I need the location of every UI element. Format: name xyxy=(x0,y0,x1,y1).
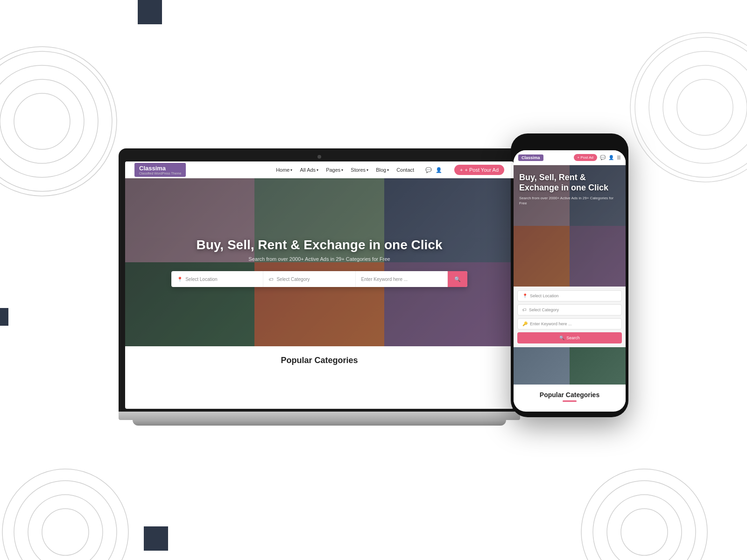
laptop-hero-subtitle: Search from over 2000+ Active Ads in 29+… xyxy=(248,256,390,262)
phone-category-icon: 🏷 xyxy=(522,308,527,312)
phone-keyword-field[interactable]: 🔑 Enter Keyword here ... xyxy=(517,318,622,329)
phone-screen: Classima + Post Ad 💬 👤 ☰ xyxy=(514,150,626,412)
laptop-base xyxy=(119,412,520,420)
phone-hero-subtitle: Search from over 2000+ Active Ads in 29+… xyxy=(519,196,620,206)
nav-pages[interactable]: Pages ▾ xyxy=(326,167,343,173)
phone-category-field[interactable]: 🏷 Select Category xyxy=(517,304,622,315)
keyword-placeholder: Enter Keyword here ... xyxy=(361,277,408,282)
nav-blog[interactable]: Blog ▾ xyxy=(376,167,389,173)
laptop-search-bar: 📍 Select Location 🏷 Select Category Ente… xyxy=(171,271,467,287)
phone-post-ad-button[interactable]: + Post Ad xyxy=(574,154,597,161)
category-placeholder: Select Category xyxy=(276,277,310,282)
phone-grid-img-1 xyxy=(514,347,570,385)
phone-hero-overlay: Buy, Sell, Rent & Exchange in one Click … xyxy=(514,165,626,287)
laptop-hero-title: Buy, Sell, Rent & Exchange in one Click xyxy=(197,238,443,252)
phone-location-placeholder: Select Location xyxy=(530,294,559,298)
phone-search-label: Search xyxy=(566,336,580,340)
chat-icon[interactable]: 💬 xyxy=(425,167,432,173)
phone-notch xyxy=(546,139,593,148)
laptop-popular-title: Popular Categories xyxy=(134,356,504,365)
phone-popular-section: Popular Categories xyxy=(514,385,626,408)
phone-popular-bar xyxy=(563,400,577,402)
phone-nav-icons: 💬 👤 ☰ xyxy=(600,155,621,160)
phone-category-placeholder: Select Category xyxy=(529,308,559,312)
laptop-logo: Classima Classified WordPress Theme xyxy=(134,163,186,177)
phone-grid-img-2 xyxy=(570,347,626,385)
nav-home[interactable]: Home ▾ xyxy=(276,167,292,173)
laptop-nav-links: Home ▾ All Ads ▾ Pages ▾ Stores ▾ Blog ▾… xyxy=(276,165,504,175)
laptop-nav: Classima Classified WordPress Theme Home… xyxy=(125,161,514,178)
laptop-hero: Buy, Sell, Rent & Exchange in one Click … xyxy=(125,178,514,346)
phone-search-section: 📍 Select Location 🏷 Select Category 🔑 En… xyxy=(514,287,626,347)
laptop-camera xyxy=(317,155,321,159)
nav-icons: 💬 👤 xyxy=(425,167,442,173)
phone-search-icon: 🔍 xyxy=(559,336,564,340)
laptop-logo-tagline: Classified WordPress Theme xyxy=(139,172,181,175)
location-placeholder: Select Location xyxy=(185,277,217,282)
phone-images-grid xyxy=(514,347,626,385)
user-icon[interactable]: 👤 xyxy=(436,167,442,173)
nav-all-ads[interactable]: All Ads ▾ xyxy=(300,167,318,173)
category-icon: 🏷 xyxy=(269,277,274,282)
post-your-ad-button[interactable]: + + Post Your Ad xyxy=(454,165,504,175)
phone-logo: Classima xyxy=(518,154,543,161)
laptop-screen-outer: Classima Classified WordPress Theme Home… xyxy=(119,148,520,412)
nav-contact[interactable]: Contact xyxy=(396,167,414,173)
phone-menu-icon[interactable]: ☰ xyxy=(617,155,621,160)
scene: Classima Classified WordPress Theme Home… xyxy=(0,0,747,560)
phone-device: Classima + Post Ad 💬 👤 ☰ xyxy=(511,133,628,417)
phone-nav: Classima + Post Ad 💬 👤 ☰ xyxy=(514,150,626,165)
laptop-category-field[interactable]: 🏷 Select Category xyxy=(263,271,355,287)
post-btn-icon: + xyxy=(460,167,463,173)
phone-keyword-icon: 🔑 xyxy=(522,322,528,326)
laptop-popular-categories: Popular Categories xyxy=(125,346,514,375)
phone-location-icon: 📍 xyxy=(522,294,528,298)
post-btn-label: + Post Your Ad xyxy=(465,167,499,173)
laptop-logo-name: Classima xyxy=(139,165,166,172)
phone-post-btn-label: + Post Ad xyxy=(578,155,593,160)
phone-keyword-placeholder: Enter Keyword here ... xyxy=(530,322,572,326)
phone-popular-title: Popular Categories xyxy=(520,391,619,399)
laptop-location-field[interactable]: 📍 Select Location xyxy=(171,271,263,287)
phone-search-button[interactable]: 🔍 Search xyxy=(517,332,622,343)
location-icon: 📍 xyxy=(177,277,183,282)
phone-hero: Buy, Sell, Rent & Exchange in one Click … xyxy=(514,165,626,287)
phone-logo-name: Classima xyxy=(521,155,540,160)
laptop: Classima Classified WordPress Theme Home… xyxy=(119,148,520,426)
laptop-search-button[interactable]: 🔍 xyxy=(448,271,467,287)
phone-hero-title: Buy, Sell, Rent & Exchange in one Click xyxy=(519,173,620,193)
phone: Classima + Post Ad 💬 👤 ☰ xyxy=(511,133,628,417)
laptop-keyword-field[interactable]: Enter Keyword here ... xyxy=(356,271,448,287)
nav-stores[interactable]: Stores ▾ xyxy=(351,167,368,173)
phone-user-icon[interactable]: 👤 xyxy=(608,155,614,160)
laptop-screen: Classima Classified WordPress Theme Home… xyxy=(125,161,514,409)
laptop-device: Classima Classified WordPress Theme Home… xyxy=(119,148,520,426)
phone-location-field[interactable]: 📍 Select Location xyxy=(517,290,622,301)
phone-chat-icon[interactable]: 💬 xyxy=(600,155,606,160)
laptop-foot xyxy=(133,420,506,426)
laptop-hero-overlay: Buy, Sell, Rent & Exchange in one Click … xyxy=(125,178,514,346)
